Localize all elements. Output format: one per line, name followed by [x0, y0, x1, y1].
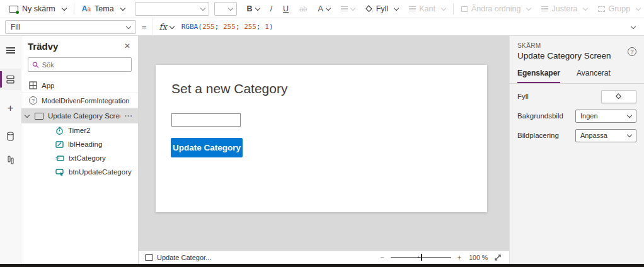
canvas-update-category-button[interactable]: Update Category — [171, 138, 243, 157]
new-screen-button[interactable]: Ny skärm — [9, 4, 66, 13]
zoom-in-button[interactable]: + — [457, 254, 461, 261]
insert-nav-icon[interactable]: + — [0, 99, 21, 118]
property-label-background-image: Bakgrundsbild — [517, 112, 563, 120]
ellipsis-menu-icon[interactable]: ··· — [125, 113, 133, 120]
underline-button[interactable]: U — [283, 4, 289, 13]
tree-item-label: lblHeading — [68, 140, 102, 148]
formula-divider — [152, 18, 153, 36]
timer-icon — [55, 127, 64, 135]
database-icon — [6, 132, 14, 141]
screen-icon — [35, 113, 43, 120]
formula-expand-chevron-icon[interactable] — [631, 23, 636, 28]
new-screen-icon — [9, 6, 18, 13]
text-input-icon — [55, 154, 64, 162]
font-family-dropdown[interactable] — [135, 2, 209, 16]
align-label: Justera — [551, 4, 577, 13]
chevron-down-icon — [627, 113, 632, 118]
chevron-down-icon — [583, 6, 588, 11]
font-size-dropdown[interactable] — [214, 2, 237, 16]
tree-item-label: btnUpdateCategory — [69, 168, 132, 176]
border-button[interactable]: Kant — [409, 4, 446, 13]
formula-input[interactable]: RGBA(255; 255; 255; 1) — [181, 23, 273, 31]
fx-button[interactable]: fx — [159, 22, 174, 31]
tools-icon — [7, 156, 14, 164]
label-icon — [55, 140, 64, 149]
fill-button[interactable]: Fyll — [365, 4, 398, 13]
reorder-icon — [461, 6, 468, 12]
canvas-category-input[interactable] — [171, 113, 241, 127]
tree-item-lblheading[interactable]: lblHeading — [21, 137, 138, 151]
canvas-heading-label[interactable]: Set a new Category — [171, 81, 287, 96]
theme-button[interactable]: Aa Tema — [82, 4, 125, 13]
close-icon[interactable]: ✕ — [124, 42, 130, 50]
help-icon[interactable]: ? — [628, 47, 636, 56]
property-label-image-position: Bildplacering — [517, 132, 559, 139]
tree-search-box[interactable] — [28, 57, 132, 72]
tree-view-nav-icon[interactable] — [0, 69, 21, 90]
chevron-down-icon — [227, 6, 233, 11]
alignment-button[interactable] — [341, 6, 355, 12]
hamburger-menu-icon[interactable] — [0, 41, 21, 60]
selection-kind-label: SKÄRM — [517, 42, 636, 49]
tree-panel-title: Trädvy — [28, 41, 58, 52]
tree-item-app[interactable]: App — [21, 78, 138, 93]
chevron-down-icon — [126, 23, 131, 28]
font-color-button[interactable]: A — [318, 4, 330, 13]
background-image-dropdown[interactable]: Ingen — [575, 110, 636, 123]
tab-egenskaper[interactable]: Egenskaper — [517, 69, 560, 83]
property-dropdown[interactable]: Fill — [5, 20, 136, 34]
tree-item-timer2[interactable]: Timer2 — [21, 123, 138, 137]
taskbar-strip — [0, 264, 644, 267]
italic-button[interactable]: / — [270, 4, 272, 13]
chevron-down-icon — [636, 6, 641, 11]
dropdown-value: Anpassa — [580, 132, 607, 139]
tree-item-btnupdatecategory[interactable]: btnUpdateCategory — [21, 165, 138, 179]
tree-item-label: App — [42, 82, 54, 89]
border-icon — [409, 6, 416, 12]
top-toolbar: Ny skärm Aa Tema B / U ab A Fyll Kant Än… — [0, 0, 644, 18]
chevron-down-icon — [394, 6, 399, 11]
align-button[interactable]: Justera — [541, 4, 587, 13]
data-nav-icon[interactable] — [0, 127, 21, 145]
toolbar-divider — [453, 3, 454, 14]
zoom-slider-thumb[interactable] — [421, 254, 423, 261]
advanced-tools-nav-icon[interactable] — [0, 151, 21, 169]
reorder-button[interactable]: Ändra ordning — [461, 4, 531, 13]
chevron-down-icon — [120, 6, 125, 11]
group-button[interactable]: Grupp — [598, 4, 640, 13]
question-circle-icon: ? — [29, 96, 37, 105]
chevron-down-icon — [627, 132, 632, 137]
equals-sign: = — [142, 22, 147, 31]
dropdown-value: Ingen — [580, 112, 598, 120]
left-nav-rail: + — [0, 36, 21, 264]
screen-icon — [145, 254, 153, 261]
zoom-out-button[interactable]: − — [380, 254, 384, 261]
reorder-label: Ändra ordning — [471, 4, 521, 13]
tree-item-txtcategory[interactable]: txtCategory — [21, 151, 138, 165]
button-icon — [55, 168, 64, 176]
image-position-dropdown[interactable]: Anpassa — [575, 129, 636, 142]
fit-to-window-icon[interactable] — [494, 254, 502, 261]
search-icon — [32, 61, 39, 69]
tree-item-label: Timer2 — [68, 127, 90, 134]
property-label-fill: Fyll — [517, 93, 529, 100]
zoom-slider[interactable]: + — [391, 257, 451, 258]
group-icon — [598, 6, 605, 12]
search-input[interactable] — [42, 61, 127, 69]
tree-item-update-category-screen[interactable]: Update Category Screen ··· — [21, 108, 138, 123]
canvas-screen[interactable]: Set a new Category Update Category — [156, 65, 487, 212]
screen-breadcrumb[interactable]: Update Categor... — [145, 254, 211, 261]
tree-item-label: ModelDrivenFormIntegration — [42, 97, 129, 105]
paint-bucket-icon — [616, 93, 622, 99]
chevron-down-icon — [200, 6, 205, 11]
new-screen-label: Ny skärm — [22, 4, 55, 13]
strikethrough-button[interactable]: ab — [299, 5, 307, 13]
toolbar-divider — [74, 3, 74, 14]
border-label: Kant — [419, 4, 435, 13]
tab-avancerat[interactable]: Avancerat — [577, 69, 611, 83]
tree-item-modeldrivenformintegration[interactable]: ? ModelDrivenFormIntegration — [21, 93, 138, 108]
fill-color-swatch[interactable] — [601, 90, 636, 103]
zoom-level-label: 100 % — [469, 254, 488, 261]
expand-chevron-icon[interactable] — [25, 113, 30, 118]
bold-button[interactable]: B — [247, 4, 260, 13]
